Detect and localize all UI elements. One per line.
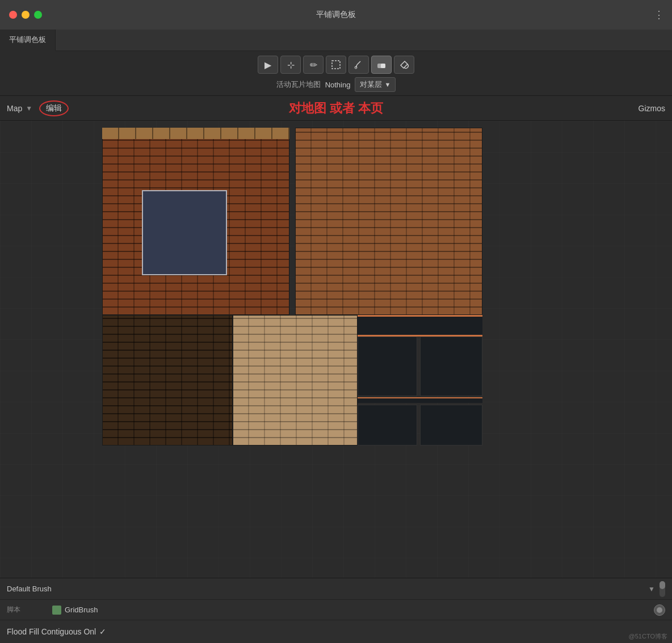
toolbar-label-row: 活动瓦片地图 Nothing 对某层 ▼ xyxy=(276,77,396,92)
tile-block-top-right xyxy=(295,128,482,315)
script-row: 脚本 GridBrush xyxy=(0,600,672,620)
eraser-tool-button[interactable] xyxy=(371,56,392,74)
move-tool-button[interactable]: ⊹ xyxy=(280,56,301,74)
brush-row: Default Brush ▼ xyxy=(0,578,672,600)
tab-bar: 平铺调色板 xyxy=(0,30,672,51)
tile-block-bottom-left xyxy=(102,315,233,446)
tab-tile-palette[interactable]: 平铺调色板 xyxy=(0,30,56,51)
fill-tool-button[interactable] xyxy=(394,56,414,74)
rect-select-tool-button[interactable] xyxy=(326,56,346,74)
minimize-button[interactable] xyxy=(22,11,30,19)
flood-fill-checkmark: ✓ xyxy=(99,627,106,636)
tile-block-top-left xyxy=(102,128,289,315)
gizmos-label: Gizmos xyxy=(639,104,665,113)
selection-square xyxy=(142,190,227,275)
script-file-icon xyxy=(52,606,61,615)
paint-tool-button[interactable]: ✏ xyxy=(303,56,324,74)
tools-row: ▶ ⊹ ✏ xyxy=(258,56,414,74)
window-controls xyxy=(9,11,42,19)
flood-fill-row: Flood Fill Contiguous Onl ✓ xyxy=(0,620,672,643)
svg-rect-5 xyxy=(381,64,385,68)
eyedropper-tool-button[interactable] xyxy=(348,56,369,74)
script-name: GridBrush xyxy=(65,606,654,614)
main-content: ▶ ⊹ ✏ xyxy=(0,51,672,643)
maximize-button[interactable] xyxy=(34,11,42,19)
watermark: @51CTO博客 xyxy=(629,632,667,641)
record-button[interactable] xyxy=(654,604,665,616)
close-button[interactable] xyxy=(9,11,17,19)
window-menu-icon[interactable]: ⋮ xyxy=(654,9,664,21)
canvas-area[interactable] xyxy=(0,121,672,578)
layer-dropdown-button[interactable]: 对某层 ▼ xyxy=(355,77,396,92)
brush-dropdown-arrow[interactable]: ▼ xyxy=(648,585,655,593)
tile-top-connectors xyxy=(102,128,289,139)
scrollbar-track[interactable] xyxy=(660,581,665,597)
toolbar-area: ▶ ⊹ ✏ xyxy=(0,51,672,96)
script-label: 脚本 xyxy=(7,605,52,615)
layer-dropdown-arrow: ▼ xyxy=(384,81,390,88)
brush-label: Default Brush xyxy=(7,585,648,593)
flood-fill-label: Flood Fill Contiguous Onl xyxy=(7,627,96,636)
layer-label: 对某层 xyxy=(360,79,382,90)
map-label: Map xyxy=(7,104,22,113)
window-title: 平铺调色板 xyxy=(316,10,356,20)
record-dot xyxy=(657,607,662,613)
svg-line-1 xyxy=(357,61,360,65)
map-annotation: 对地图 或者 本页 xyxy=(289,100,383,117)
edit-button[interactable]: 编辑 xyxy=(39,100,69,116)
tile-block-bottom-right xyxy=(358,315,482,446)
svg-rect-0 xyxy=(332,61,340,69)
nothing-label: Nothing xyxy=(325,81,351,89)
select-tool-button[interactable]: ▶ xyxy=(258,56,278,74)
map-header: Map ▼ 编辑 对地图 或者 本页 Gizmos xyxy=(0,96,672,121)
active-map-label: 活动瓦片地图 xyxy=(276,79,321,90)
tab-label: 平铺调色板 xyxy=(9,35,46,45)
tile-block-bottom-center xyxy=(233,315,358,446)
bottom-bar: Default Brush ▼ 脚本 GridBrush Flood Fill … xyxy=(0,578,672,643)
map-dropdown-arrow[interactable]: ▼ xyxy=(26,104,32,112)
title-bar: 平铺调色板 ⋮ xyxy=(0,0,672,30)
